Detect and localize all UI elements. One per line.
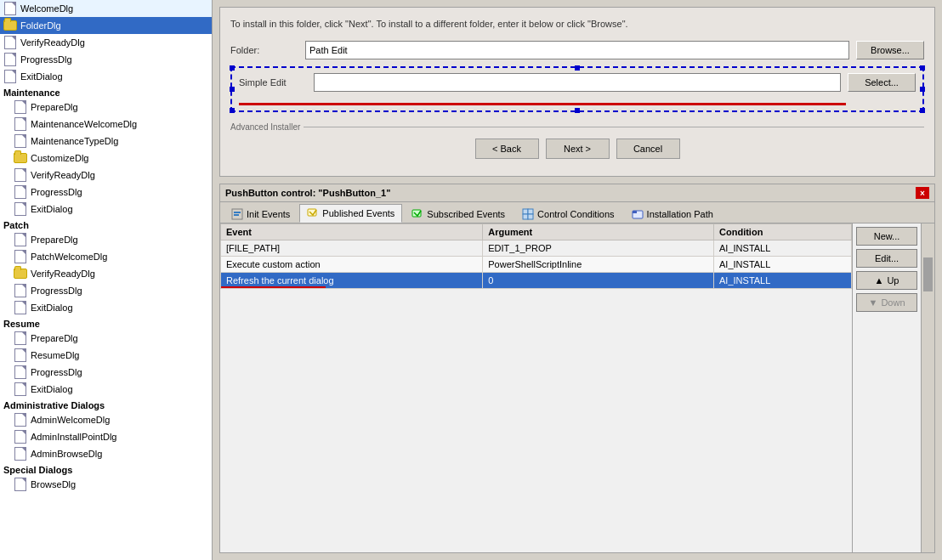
page-icon	[14, 301, 27, 314]
folder-icon	[3, 19, 17, 32]
tab-init-events[interactable]: Init Events	[224, 204, 298, 223]
panel-body: Event Argument Condition [FILE_PATH] EDI…	[220, 223, 934, 552]
simple-edit-field[interactable]	[314, 73, 841, 92]
table-row[interactable]: [FILE_PATH] EDIT_1_PROP AI_INSTALL	[221, 240, 852, 257]
scrollbar[interactable]	[921, 223, 934, 552]
sidebar-item-welcomedlg[interactable]: WelcomeDlg	[0, 0, 212, 17]
sidebar-item-browsedlg[interactable]: BrowseDlg	[0, 476, 212, 493]
sidebar-item-admininstallpoint[interactable]: AdminInstallPointDlg	[0, 428, 212, 445]
sidebar-item-patchwelcome[interactable]: PatchWelcomeDlg	[0, 248, 212, 265]
svg-rect-8	[528, 214, 533, 219]
page-icon	[14, 100, 27, 114]
page-icon	[14, 331, 27, 345]
sidebar-item-progressdlg-3[interactable]: ProgressDlg	[0, 282, 212, 299]
page-icon	[14, 382, 27, 396]
page-icon	[14, 365, 27, 379]
sidebar-item-verifyreadydlg-1[interactable]: VerifyReadyDlg	[0, 34, 212, 51]
cell-condition-0: AI_INSTALL	[714, 240, 852, 257]
folder-label: Folder:	[230, 45, 298, 55]
tab-subscribed-events[interactable]: Subscribed Events	[404, 204, 513, 223]
close-button[interactable]: ×	[916, 187, 929, 199]
tab-installation-path[interactable]: Installation Path	[624, 204, 721, 223]
folder-icon	[14, 151, 27, 165]
sidebar-item-folderdlg[interactable]: FolderDlg	[0, 17, 212, 34]
panel-tabs: Init Events Published Events Subscribed …	[220, 202, 934, 223]
sidebar-item-preparedlg-3[interactable]: PrepareDlg	[0, 330, 212, 347]
sidebar-item-maintenancetype[interactable]: MaintenanceTypeDlg	[0, 133, 212, 150]
sidebar-item-progressdlg-2[interactable]: ProgressDlg	[0, 184, 212, 201]
tab-control-conditions[interactable]: Control Conditions	[514, 204, 622, 223]
browse-button[interactable]: Browse...	[856, 41, 924, 59]
folder-icon	[14, 267, 27, 280]
down-arrow-icon: ▼	[868, 297, 877, 308]
panel-title: PushButton control: "PushButton_1"	[225, 188, 390, 198]
page-icon	[14, 478, 27, 491]
section-admin-dialogs: Administrative Dialogs	[0, 398, 212, 411]
control-conditions-icon	[522, 208, 534, 220]
up-button[interactable]: ▲ Up	[856, 271, 917, 290]
down-button[interactable]: ▼ Down	[856, 293, 917, 312]
handle-ml	[230, 87, 235, 92]
installation-path-icon	[632, 208, 644, 220]
select-button[interactable]: Select...	[848, 73, 916, 92]
tab-published-events-label: Published Events	[322, 208, 394, 218]
cell-event-1: Execute custom action	[221, 257, 483, 273]
bottom-panel: PushButton control: "PushButton_1" × Ini…	[219, 184, 935, 553]
section-resume: Resume	[0, 316, 212, 330]
sidebar-item-verifyreadydlg-3[interactable]: VerifyReadyDlg	[0, 265, 212, 282]
table-row[interactable]: Refresh the current dialog 0 AI_INSTALL	[221, 273, 852, 289]
sidebar-item-customizedlg[interactable]: CustomizeDlg	[0, 150, 212, 167]
sidebar-item-resumedlg[interactable]: ResumeDlg	[0, 347, 212, 364]
path-edit-input[interactable]	[305, 41, 849, 59]
tab-published-events[interactable]: Published Events	[299, 204, 402, 223]
handle-bm	[575, 108, 580, 113]
ai-divider-line	[304, 127, 924, 127]
cancel-button[interactable]: Cancel	[616, 139, 680, 159]
table-header-row: Event Argument Condition	[221, 224, 852, 240]
page-icon	[14, 168, 27, 182]
back-button[interactable]: < Back	[475, 139, 539, 159]
cell-event-2: Refresh the current dialog	[221, 273, 483, 289]
cell-argument-1: PowerShellScriptInline	[483, 257, 714, 273]
page-icon	[14, 348, 27, 362]
table-row[interactable]: Execute custom action PowerShellScriptIn…	[221, 257, 852, 273]
svg-rect-6	[528, 209, 533, 214]
table-area: Event Argument Condition [FILE_PATH] EDI…	[220, 223, 853, 552]
new-button[interactable]: New...	[856, 227, 917, 246]
handle-tl	[230, 65, 235, 71]
init-events-icon	[231, 208, 243, 220]
subscribed-events-icon	[411, 208, 423, 220]
col-condition: Condition	[714, 224, 852, 240]
page-icon	[14, 134, 27, 148]
sidebar-item-exitdialog-1[interactable]: ExitDialog	[0, 68, 212, 85]
sidebar-item-preparedlg-1[interactable]: PrepareDlg	[0, 99, 212, 116]
next-button[interactable]: Next >	[546, 139, 610, 159]
sidebar-item-exitdialog-4[interactable]: ExitDialog	[0, 381, 212, 398]
cell-argument-2: 0	[483, 273, 714, 289]
handle-mr	[920, 87, 925, 92]
page-icon	[3, 2, 17, 15]
sidebar-item-exitdialog-2[interactable]: ExitDialog	[0, 201, 212, 218]
sidebar-item-exitdialog-3[interactable]: ExitDialog	[0, 299, 212, 316]
simple-edit-label: Simple Edit	[239, 77, 307, 88]
page-icon	[14, 185, 27, 199]
sidebar-item-maintenancewelcome[interactable]: MaintenanceWelcomeDlg	[0, 116, 212, 133]
sidebar-item-progressdlg-1[interactable]: ProgressDlg	[0, 51, 212, 68]
events-table: Event Argument Condition [FILE_PATH] EDI…	[220, 223, 852, 289]
page-icon	[14, 250, 27, 263]
edit-button[interactable]: Edit...	[856, 249, 917, 268]
sidebar-item-preparedlg-2[interactable]: PrepareDlg	[0, 231, 212, 248]
tab-init-events-label: Init Events	[247, 209, 290, 219]
panel-header: PushButton control: "PushButton_1" ×	[220, 184, 934, 202]
sidebar-item-verifyreadydlg-2[interactable]: VerifyReadyDlg	[0, 167, 212, 184]
cell-condition-2: AI_INSTALL	[714, 273, 852, 289]
sidebar-item-progressdlg-4[interactable]: ProgressDlg	[0, 364, 212, 381]
folder-row: Folder: Browse...	[230, 41, 924, 59]
published-events-icon	[307, 207, 319, 219]
sidebar-item-adminwelcome[interactable]: AdminWelcomeDlg	[0, 411, 212, 428]
svg-rect-0	[232, 209, 242, 219]
section-special-dialogs: Special Dialogs	[0, 462, 212, 476]
cell-argument-0: EDIT_1_PROP	[483, 240, 714, 257]
sidebar-item-adminbrowse[interactable]: AdminBrowseDlg	[0, 445, 212, 462]
scroll-thumb[interactable]	[923, 257, 933, 291]
